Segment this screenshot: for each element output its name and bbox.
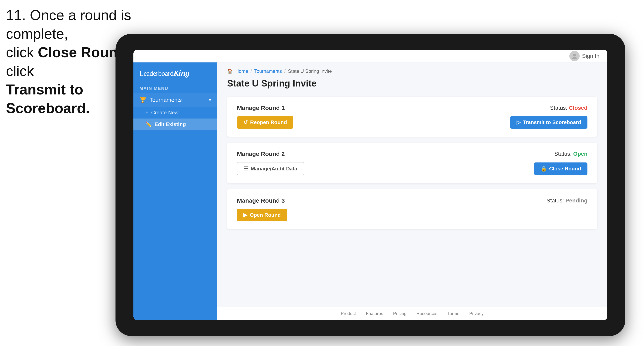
close-round-button[interactable]: 🔒 Close Round (534, 163, 588, 175)
edit-icon: ✏️ (145, 121, 152, 128)
round-3-section: Manage Round 3 Status: Pending ▶ Open Ro… (227, 189, 598, 229)
footer-privacy[interactable]: Privacy (469, 311, 484, 316)
open-round-button[interactable]: ▶ Open Round (237, 209, 287, 221)
edit-existing-label: Edit Existing (154, 121, 186, 128)
footer-product[interactable]: Product (341, 311, 356, 316)
sidebar-sub-edit-existing[interactable]: ✏️ Edit Existing (134, 119, 217, 130)
sign-in-label[interactable]: Sign In (582, 53, 600, 59)
logo-leaderboard: Leaderboard (140, 69, 174, 78)
home-icon: 🏠 (227, 68, 233, 74)
round-3-title: Manage Round 3 (237, 197, 285, 204)
main-menu-label: MAIN MENU (134, 82, 217, 93)
chevron-down-icon: ▾ (209, 97, 211, 103)
tablet-frame: Sign In LeaderboardKing MAIN MENU 🏆 Tour… (116, 34, 625, 336)
sidebar-logo: LeaderboardKing (134, 62, 217, 82)
footer: Product Features Pricing Resources Terms… (217, 307, 607, 320)
user-avatar-icon (569, 51, 580, 61)
breadcrumb-home[interactable]: Home (236, 68, 248, 74)
round-1-status: Status: Closed (550, 105, 588, 111)
main-layout: LeaderboardKing MAIN MENU 🏆 Tournaments … (134, 62, 607, 320)
breadcrumb-current: State U Spring Invite (288, 68, 332, 74)
page-title: State U Spring Invite (227, 78, 598, 89)
instruction-bold2: Transmit to Scoreboard. (6, 82, 90, 116)
round-2-section: Manage Round 2 Status: Open ☰ Manage/Aud… (227, 143, 598, 183)
round-2-status-value: Open (573, 151, 588, 157)
round-3-status-value: Pending (566, 197, 588, 204)
round-1-status-value: Closed (569, 105, 588, 111)
round-3-actions: ▶ Open Round (237, 209, 588, 221)
round-3-header: Manage Round 3 Status: Pending (237, 197, 588, 204)
svg-point-2 (573, 54, 576, 56)
footer-resources[interactable]: Resources (416, 311, 437, 316)
footer-features[interactable]: Features (366, 311, 383, 316)
round-1-header: Manage Round 1 Status: Closed (237, 105, 588, 111)
breadcrumb-sep2: / (284, 68, 286, 74)
footer-terms[interactable]: Terms (448, 311, 460, 316)
round-2-title: Manage Round 2 (237, 151, 285, 157)
reopen-icon: ↺ (243, 119, 248, 126)
audit-icon: ☰ (244, 166, 248, 172)
round-1-actions: ↺ Reopen Round ▷ Transmit to Scoreboard (237, 116, 588, 129)
breadcrumb-sep1: / (250, 68, 252, 74)
manage-audit-button[interactable]: ☰ Manage/Audit Data (237, 162, 304, 175)
transmit-icon: ▷ (516, 119, 520, 126)
content-area: 🏠 Home / Tournaments / State U Spring In… (217, 62, 607, 320)
sign-in-area[interactable]: Sign In (569, 51, 600, 61)
trophy-icon: 🏆 (140, 97, 146, 103)
sidebar-sub-create-new[interactable]: + Create New (134, 107, 217, 119)
instruction-line1: 11. Once a round is complete, (6, 7, 131, 42)
breadcrumb-tournaments[interactable]: Tournaments (254, 68, 282, 74)
top-bar: Sign In (134, 50, 607, 62)
round-1-title: Manage Round 1 (237, 105, 285, 111)
svg-point-3 (572, 57, 577, 59)
sidebar: LeaderboardKing MAIN MENU 🏆 Tournaments … (134, 62, 217, 320)
reopen-round-button[interactable]: ↺ Reopen Round (237, 116, 293, 129)
lock-icon: 🔒 (540, 166, 547, 172)
instruction-bold1: Close Round (38, 44, 126, 60)
round-2-actions: ☰ Manage/Audit Data 🔒 Close Round (237, 162, 588, 175)
instruction-line2: click (6, 44, 38, 60)
footer-pricing[interactable]: Pricing (393, 311, 406, 316)
breadcrumb: 🏠 Home / Tournaments / State U Spring In… (227, 68, 598, 74)
open-icon: ▶ (243, 212, 247, 218)
tablet-screen: Sign In LeaderboardKing MAIN MENU 🏆 Tour… (134, 50, 607, 320)
content-inner: 🏠 Home / Tournaments / State U Spring In… (217, 62, 607, 307)
round-2-header: Manage Round 2 Status: Open (237, 151, 588, 157)
tournaments-label: Tournaments (150, 97, 182, 103)
plus-icon: + (145, 110, 148, 116)
round-3-status: Status: Pending (546, 197, 588, 204)
transmit-scoreboard-button[interactable]: ▷ Transmit to Scoreboard (510, 116, 588, 129)
round-1-section: Manage Round 1 Status: Closed ↺ Reopen R… (227, 97, 598, 137)
create-new-label: Create New (151, 110, 178, 116)
sidebar-item-tournaments[interactable]: 🏆 Tournaments ▾ (134, 93, 217, 107)
round-2-status: Status: Open (554, 151, 588, 157)
logo-king: King (174, 68, 190, 78)
